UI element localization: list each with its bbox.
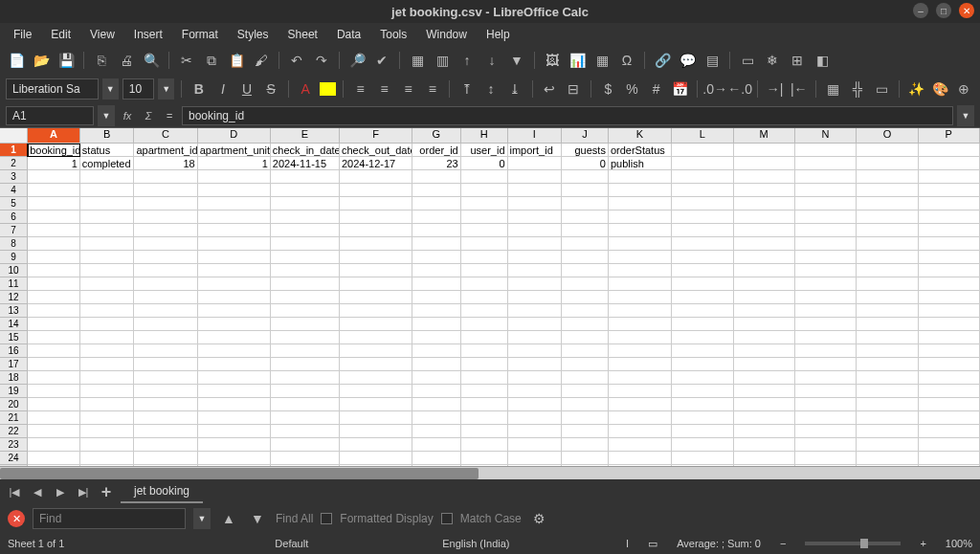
- cell-K14[interactable]: [609, 318, 672, 331]
- cell-C23[interactable]: [134, 438, 197, 452]
- freeze-icon[interactable]: ❄: [762, 50, 783, 71]
- pivot-icon[interactable]: ▦: [591, 50, 612, 71]
- column-header-I[interactable]: I: [508, 128, 563, 144]
- cell-F1[interactable]: check_out_date: [340, 144, 412, 157]
- cell-D7[interactable]: [198, 224, 271, 237]
- cell-K22[interactable]: [609, 425, 672, 438]
- cell-G11[interactable]: [412, 277, 461, 291]
- cell-O12[interactable]: [857, 291, 918, 304]
- cell-A24[interactable]: [28, 452, 80, 465]
- cell-C11[interactable]: [134, 277, 197, 291]
- column-header-B[interactable]: B: [80, 128, 135, 144]
- decrease-indent-icon[interactable]: |←: [789, 78, 809, 100]
- horizontal-scrollbar[interactable]: [0, 466, 980, 479]
- cell-P5[interactable]: [919, 197, 980, 211]
- minimize-button[interactable]: –: [913, 3, 928, 18]
- cell-N18[interactable]: [795, 371, 857, 385]
- cell-N13[interactable]: [795, 304, 857, 318]
- zoom-slider[interactable]: [805, 542, 901, 545]
- align-bottom-icon[interactable]: ⤓: [505, 78, 525, 100]
- date-format-icon[interactable]: 📅: [670, 78, 690, 100]
- cell-M9[interactable]: [734, 251, 795, 264]
- cell-P15[interactable]: [919, 331, 980, 344]
- cell-J11[interactable]: [562, 277, 609, 291]
- cell-B13[interactable]: [80, 304, 135, 318]
- menu-sheet[interactable]: Sheet: [280, 25, 325, 44]
- cell-P9[interactable]: [919, 251, 980, 264]
- cell-H13[interactable]: [461, 304, 508, 318]
- cell-P7[interactable]: [919, 224, 980, 237]
- cell-A4[interactable]: [28, 184, 80, 197]
- column-icon[interactable]: ▥: [432, 50, 453, 71]
- cell-J8[interactable]: [562, 237, 609, 251]
- cell-C4[interactable]: [134, 184, 197, 197]
- cell-G20[interactable]: [412, 398, 461, 411]
- row-header-18[interactable]: 18: [0, 371, 28, 385]
- cell-I8[interactable]: [508, 237, 563, 251]
- cell-N23[interactable]: [795, 438, 857, 452]
- menu-format[interactable]: Format: [174, 25, 226, 44]
- cell-O2[interactable]: [857, 157, 918, 170]
- cell-G22[interactable]: [412, 425, 461, 438]
- cell-K21[interactable]: [609, 411, 672, 425]
- cell-K5[interactable]: [609, 197, 672, 211]
- font-color-icon[interactable]: A: [296, 78, 316, 100]
- equals-icon[interactable]: =: [161, 107, 178, 124]
- menu-edit[interactable]: Edit: [43, 25, 78, 44]
- cell-B5[interactable]: [80, 197, 135, 211]
- conditional-format-icon[interactable]: 🎨: [930, 78, 950, 100]
- autoformat-icon[interactable]: ✨: [906, 78, 926, 100]
- cell-N11[interactable]: [795, 277, 857, 291]
- row-header-13[interactable]: 13: [0, 304, 28, 318]
- cell-P6[interactable]: [919, 211, 980, 224]
- cell-E24[interactable]: [271, 452, 340, 465]
- cell-O19[interactable]: [857, 385, 918, 398]
- cell-F8[interactable]: [340, 237, 412, 251]
- cell-B15[interactable]: [80, 331, 135, 344]
- percent-icon[interactable]: %: [622, 78, 642, 100]
- cell-H18[interactable]: [461, 371, 508, 385]
- cell-H22[interactable]: [461, 425, 508, 438]
- cell-E13[interactable]: [271, 304, 340, 318]
- cell-E3[interactable]: [271, 170, 340, 184]
- spellcheck-icon[interactable]: ✔: [371, 50, 392, 71]
- cell-P21[interactable]: [919, 411, 980, 425]
- row-header-24[interactable]: 24: [0, 452, 28, 465]
- language[interactable]: English (India): [442, 538, 509, 549]
- cell-A22[interactable]: [28, 425, 80, 438]
- cell-L15[interactable]: [672, 331, 733, 344]
- sidebar-icon[interactable]: ◧: [812, 50, 833, 71]
- sum-icon[interactable]: Σ: [140, 107, 157, 124]
- cell-A18[interactable]: [28, 371, 80, 385]
- row-header-8[interactable]: 8: [0, 237, 28, 251]
- cell-P8[interactable]: [919, 237, 980, 251]
- cell-H4[interactable]: [461, 184, 508, 197]
- cell-I21[interactable]: [508, 411, 563, 425]
- cell-L4[interactable]: [672, 184, 733, 197]
- cell-B8[interactable]: [80, 237, 135, 251]
- border-style-icon[interactable]: ╬: [847, 78, 867, 100]
- menu-styles[interactable]: Styles: [230, 25, 277, 44]
- cell-E10[interactable]: [271, 264, 340, 277]
- italic-icon[interactable]: I: [212, 78, 233, 100]
- cell-P23[interactable]: [919, 438, 980, 452]
- cell-N14[interactable]: [795, 318, 857, 331]
- cell-I16[interactable]: [508, 344, 563, 358]
- cell-J1[interactable]: guests: [562, 144, 609, 157]
- summary[interactable]: Average: ; Sum: 0: [677, 538, 761, 549]
- menu-insert[interactable]: Insert: [126, 25, 170, 44]
- cell-E22[interactable]: [271, 425, 340, 438]
- font-name-combo[interactable]: Liberation Sa: [6, 78, 99, 100]
- cell-M10[interactable]: [734, 264, 795, 277]
- cell-C6[interactable]: [134, 211, 197, 224]
- cell-B18[interactable]: [80, 371, 135, 385]
- cell-L19[interactable]: [672, 385, 733, 398]
- cell-K24[interactable]: [609, 452, 672, 465]
- cell-N5[interactable]: [795, 197, 857, 211]
- define-print-area-icon[interactable]: ▭: [737, 50, 758, 71]
- cell-M5[interactable]: [734, 197, 795, 211]
- prev-sheet-icon[interactable]: ◀: [29, 483, 46, 500]
- cell-I6[interactable]: [508, 211, 563, 224]
- align-top-icon[interactable]: ⤒: [457, 78, 477, 100]
- scrollbar-thumb[interactable]: [0, 468, 479, 479]
